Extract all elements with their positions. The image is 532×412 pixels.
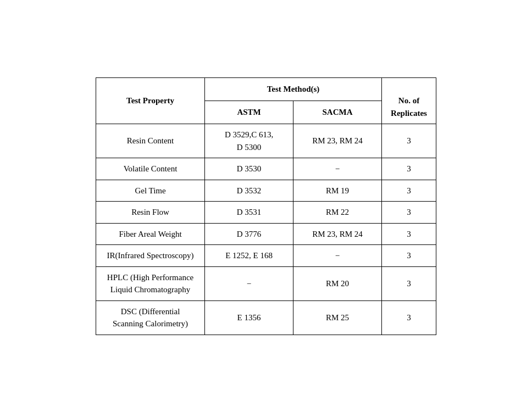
sacma-cell: RM 22: [293, 202, 382, 224]
property-cell: Resin Content: [96, 124, 205, 158]
replicates-cell: 3: [381, 202, 436, 224]
header-astm: ASTM: [205, 101, 293, 124]
replicates-cell: 3: [381, 158, 436, 180]
main-table-container: Test Property Test Method(s) No. of Repl…: [96, 77, 436, 335]
table-row: IR(Infrared Spectroscopy)E 1252, E 168−3: [96, 245, 436, 267]
table-row: Resin ContentD 3529,C 613, D 5300RM 23, …: [96, 124, 436, 158]
sacma-cell: RM 20: [293, 266, 382, 300]
replicates-cell: 3: [381, 124, 436, 158]
property-cell: IR(Infrared Spectroscopy): [96, 245, 205, 267]
property-cell: Resin Flow: [96, 202, 205, 224]
property-cell: Fiber Areal Weight: [96, 223, 205, 245]
astm-cell: D 3776: [205, 223, 293, 245]
table-row: DSC (Differential Scanning Calorimetry)E…: [96, 300, 436, 335]
table-row: Fiber Areal WeightD 3776RM 23, RM 243: [96, 223, 436, 245]
property-cell: DSC (Differential Scanning Calorimetry): [96, 300, 205, 335]
property-cell: HPLC (High Performance Liquid Chromatogr…: [96, 266, 205, 300]
sacma-cell: RM 23, RM 24: [293, 223, 382, 245]
astm-label: ASTM: [237, 108, 261, 116]
astm-cell: E 1252, E 168: [205, 245, 293, 267]
replicates-cell: 3: [381, 180, 436, 202]
sacma-cell: RM 23, RM 24: [293, 124, 382, 158]
astm-cell: −: [205, 266, 293, 300]
table-row: Gel TimeD 3532RM 193: [96, 180, 436, 202]
header-test-property: Test Property: [96, 77, 205, 124]
test-property-label: Test Property: [126, 96, 174, 105]
table-row: Volatile ContentD 3530−3: [96, 158, 436, 180]
header-test-methods: Test Method(s): [205, 77, 382, 101]
property-cell: Volatile Content: [96, 158, 205, 180]
astm-cell: D 3532: [205, 180, 293, 202]
sacma-label: SACMA: [322, 108, 352, 116]
property-cell: Gel Time: [96, 180, 205, 202]
header-sacma: SACMA: [293, 101, 382, 124]
no-replicates-label: No. of Replicates: [391, 96, 427, 118]
replicates-cell: 3: [381, 300, 436, 335]
astm-cell: D 3530: [205, 158, 293, 180]
sacma-cell: −: [293, 158, 382, 180]
sacma-cell: RM 19: [293, 180, 382, 202]
sacma-cell: RM 25: [293, 300, 382, 335]
table-row: HPLC (High Performance Liquid Chromatogr…: [96, 266, 436, 300]
replicates-cell: 3: [381, 245, 436, 267]
sacma-cell: −: [293, 245, 382, 267]
table-row: Resin FlowD 3531RM 223: [96, 202, 436, 224]
astm-cell: D 3529,C 613, D 5300: [205, 124, 293, 158]
replicates-cell: 3: [381, 223, 436, 245]
test-properties-table: Test Property Test Method(s) No. of Repl…: [96, 77, 436, 335]
astm-cell: E 1356: [205, 300, 293, 335]
header-no-replicates: No. of Replicates: [381, 77, 436, 124]
replicates-cell: 3: [381, 266, 436, 300]
test-methods-label: Test Method(s): [267, 85, 320, 93]
astm-cell: D 3531: [205, 202, 293, 224]
